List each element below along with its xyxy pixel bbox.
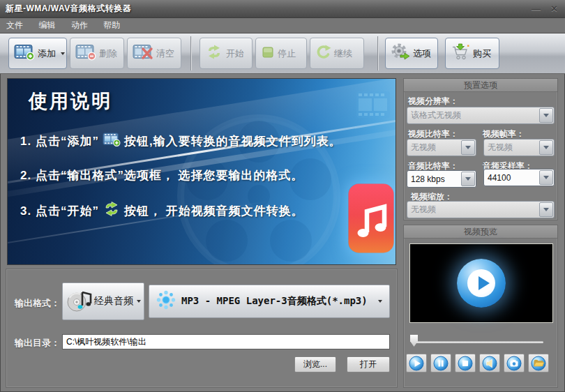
seek-slider-thumb[interactable] bbox=[410, 335, 418, 347]
video-bitrate-select[interactable]: 无视频 bbox=[407, 139, 476, 156]
close-button[interactable]: ✕ bbox=[550, 3, 558, 14]
pause-icon bbox=[433, 356, 449, 371]
stop-square-icon bbox=[261, 45, 275, 62]
output-format-select[interactable]: MP3 - MPEG Layer-3音频格式(*.mp3) bbox=[149, 285, 390, 318]
film-strip-watermark-icon bbox=[355, 90, 391, 122]
audio-samplerate-select[interactable]: 44100 bbox=[483, 169, 555, 186]
open-folder-button[interactable] bbox=[528, 354, 549, 372]
gear-icon bbox=[391, 43, 410, 63]
sync-arrows-icon bbox=[205, 45, 223, 62]
instructions-panel: 使用说明 1. 点击“添加” 按钮,输入要转换的音视频文件到列表。 2. 点击“… bbox=[7, 78, 396, 265]
chevron-down-icon bbox=[61, 52, 65, 55]
seek-slider-track[interactable] bbox=[412, 341, 543, 343]
film-clear-icon bbox=[133, 44, 153, 63]
stop-icon bbox=[458, 356, 473, 371]
film-remove-icon bbox=[75, 44, 96, 63]
dropdown-arrow-icon[interactable] bbox=[461, 172, 475, 186]
video-resolution-label: 视频分辨率： bbox=[408, 96, 458, 107]
delete-button[interactable]: 删除 bbox=[70, 38, 124, 69]
video-resolution-select[interactable]: 该格式无视频 bbox=[407, 107, 555, 124]
dropdown-arrow-icon[interactable] bbox=[539, 108, 553, 123]
format-category-select[interactable]: 经典音频 bbox=[62, 282, 144, 320]
menubar: 文件 编辑 动作 帮助 bbox=[0, 18, 565, 33]
output-dir-label: 输出目录： bbox=[15, 337, 60, 349]
output-settings-group: 输出格式： 经典音频 bbox=[6, 269, 398, 388]
menu-action[interactable]: 动作 bbox=[65, 18, 94, 33]
video-preview-group: 视频预览 bbox=[403, 225, 558, 388]
cart-icon bbox=[451, 43, 470, 63]
preview-play-icon[interactable] bbox=[457, 259, 506, 308]
resume-button[interactable]: 继续 bbox=[310, 38, 364, 69]
video-preview-title: 视频预览 bbox=[404, 225, 557, 239]
cd-music-icon bbox=[66, 285, 93, 317]
minimize-button[interactable]: — bbox=[532, 3, 541, 14]
output-format-value: MP3 - MPEG Layer-3音频格式(*.mp3) bbox=[181, 295, 372, 308]
preset-options-title: 预置选项 bbox=[404, 79, 557, 92]
format-category-value: 经典音频 bbox=[94, 295, 133, 308]
toolbar-separator bbox=[190, 36, 192, 70]
play-icon bbox=[409, 356, 424, 371]
menu-edit[interactable]: 编辑 bbox=[32, 18, 61, 33]
volume-button[interactable] bbox=[479, 354, 500, 372]
instructions-title: 使用说明 bbox=[29, 89, 112, 114]
instruction-step-3: 3. 点击“开始” 按钮， 开始视频音频文件转换。 bbox=[20, 202, 304, 220]
dropdown-arrow-icon[interactable] bbox=[539, 140, 553, 155]
menu-file[interactable]: 文件 bbox=[0, 18, 29, 33]
clear-button[interactable]: 清空 bbox=[127, 38, 181, 69]
preset-options-group: 预置选项 视频分辨率： 该格式无视频 视频比特率： 视频帧率： 无视频 无视频 … bbox=[403, 78, 558, 220]
pause-button[interactable] bbox=[430, 354, 451, 372]
chevron-down-icon bbox=[378, 300, 382, 303]
instruction-step-1: 1. 点击“添加” 按钮,输入要转换的音视频文件到列表。 bbox=[20, 132, 342, 151]
play-button[interactable] bbox=[406, 354, 427, 372]
dropdown-arrow-icon[interactable] bbox=[461, 140, 475, 155]
circular-arrow-icon bbox=[315, 45, 331, 62]
toolbar: 添加 删除 清空 bbox=[0, 33, 565, 74]
molecule-icon bbox=[155, 289, 177, 314]
menu-help[interactable]: 帮助 bbox=[97, 18, 126, 33]
add-button[interactable]: 添加 bbox=[8, 38, 67, 69]
toolbar-separator bbox=[377, 36, 379, 70]
snapshot-button[interactable] bbox=[504, 354, 525, 372]
stop-playback-button[interactable] bbox=[455, 354, 476, 372]
options-button[interactable]: 选项 bbox=[385, 38, 438, 69]
titlebar: 新星-WMA/WAV音频格式转换器 — ✕ bbox=[0, 0, 565, 18]
film-add-icon bbox=[14, 44, 35, 63]
video-scale-select[interactable]: 无视频 bbox=[407, 201, 555, 218]
stop-button[interactable]: 停止 bbox=[255, 38, 307, 69]
chevron-down-icon bbox=[137, 300, 141, 303]
camera-icon bbox=[506, 356, 522, 371]
start-button[interactable]: 开始 bbox=[199, 38, 253, 69]
audio-bitrate-select[interactable]: 128 kbps bbox=[407, 170, 476, 188]
instruction-step-2: 2. 点击“输出格式”选项框， 选择您要输出的格式。 bbox=[20, 167, 304, 183]
sync-arrows-icon bbox=[103, 202, 121, 220]
dropdown-arrow-icon[interactable] bbox=[539, 170, 553, 185]
output-dir-input[interactable] bbox=[62, 334, 390, 349]
browse-button[interactable]: 浏览... bbox=[294, 356, 336, 372]
buy-button[interactable]: 购买 bbox=[445, 38, 499, 69]
window-title: 新星-WMA/WAV音频格式转换器 bbox=[6, 0, 131, 17]
speaker-icon bbox=[482, 356, 497, 371]
dropdown-arrow-icon[interactable] bbox=[539, 202, 553, 217]
video-preview-screen bbox=[409, 243, 553, 323]
film-add-icon bbox=[103, 132, 121, 151]
music-note-badge-icon bbox=[348, 183, 394, 253]
open-button[interactable]: 打开 bbox=[347, 356, 390, 372]
video-framerate-select[interactable]: 无视频 bbox=[483, 139, 555, 156]
folder-icon bbox=[531, 356, 546, 371]
output-format-label: 输出格式： bbox=[15, 297, 60, 310]
